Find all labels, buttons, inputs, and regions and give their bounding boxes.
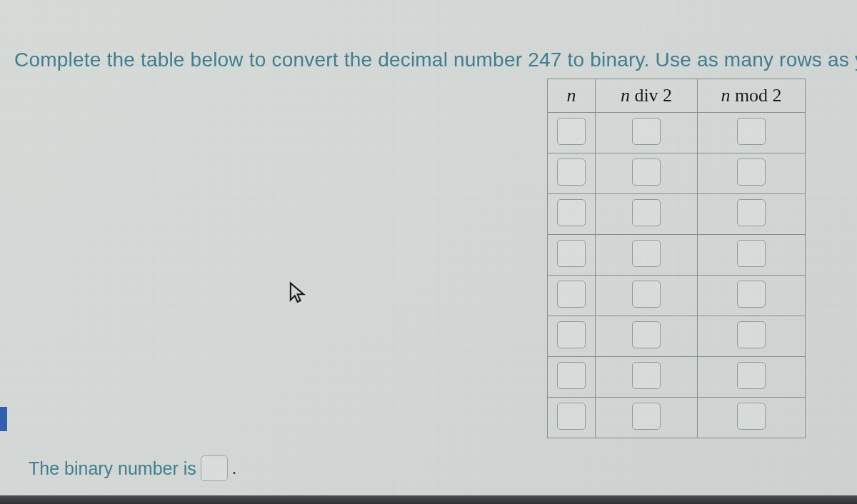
answer-line: The binary number is .	[29, 455, 236, 481]
cell-mod	[698, 235, 806, 276]
div-input[interactable]	[632, 362, 661, 389]
cell-mod	[698, 113, 806, 153]
table-row	[548, 276, 806, 316]
mod-input[interactable]	[737, 321, 766, 348]
answer-input[interactable]	[201, 455, 228, 481]
n-input[interactable]	[557, 240, 586, 267]
cell-mod	[698, 276, 806, 316]
cell-n	[548, 194, 596, 235]
table-row	[548, 316, 806, 357]
cell-div	[596, 357, 698, 398]
cell-div	[596, 194, 698, 235]
n-input[interactable]	[557, 118, 586, 145]
mod-input[interactable]	[737, 199, 766, 226]
div-input[interactable]	[632, 240, 661, 267]
cell-div	[596, 316, 698, 357]
table-row	[548, 113, 806, 153]
div-input[interactable]	[632, 158, 661, 186]
cell-n	[548, 113, 596, 153]
n-input[interactable]	[557, 403, 586, 430]
left-progress-marker	[0, 407, 7, 431]
cell-n	[548, 235, 596, 276]
div-input[interactable]	[632, 199, 661, 226]
answer-prefix: The binary number is	[29, 458, 196, 479]
cell-div	[596, 153, 698, 194]
cell-mod	[698, 194, 806, 235]
cell-n	[548, 153, 596, 194]
question-prompt: Complete the table below to convert the …	[14, 49, 857, 71]
header-n: n	[548, 79, 596, 113]
header-mod: n mod 2	[698, 79, 806, 113]
div-input[interactable]	[632, 321, 661, 348]
cell-div	[596, 276, 698, 316]
n-input[interactable]	[557, 199, 586, 226]
cell-mod	[698, 153, 806, 194]
cell-n	[548, 316, 596, 357]
cell-mod	[698, 398, 806, 438]
mod-input[interactable]	[737, 281, 766, 308]
table-row	[548, 235, 806, 276]
cell-div	[596, 235, 698, 276]
cell-mod	[698, 316, 806, 357]
mod-input[interactable]	[737, 362, 766, 389]
cell-n	[548, 398, 596, 438]
table-row	[548, 398, 806, 438]
cell-div	[596, 113, 698, 153]
cell-n	[548, 276, 596, 316]
table-row	[548, 357, 806, 398]
cell-n	[548, 357, 596, 398]
conversion-table: n n div 2 n mod 2	[547, 79, 806, 438]
n-input[interactable]	[557, 321, 586, 348]
header-div: n div 2	[596, 79, 698, 113]
n-input[interactable]	[557, 281, 586, 308]
div-input[interactable]	[632, 118, 661, 145]
table-row	[548, 153, 806, 194]
n-input[interactable]	[557, 362, 586, 389]
mod-input[interactable]	[737, 240, 766, 267]
answer-suffix: .	[232, 458, 237, 479]
screen-bezel	[0, 495, 857, 504]
cursor-icon	[287, 281, 307, 306]
mod-input[interactable]	[737, 118, 766, 145]
div-input[interactable]	[632, 403, 661, 430]
mod-input[interactable]	[737, 158, 766, 186]
div-input[interactable]	[632, 281, 661, 308]
table-row	[548, 194, 806, 235]
cell-div	[596, 398, 698, 438]
n-input[interactable]	[557, 158, 586, 186]
cell-mod	[698, 357, 806, 398]
mod-input[interactable]	[737, 403, 766, 430]
